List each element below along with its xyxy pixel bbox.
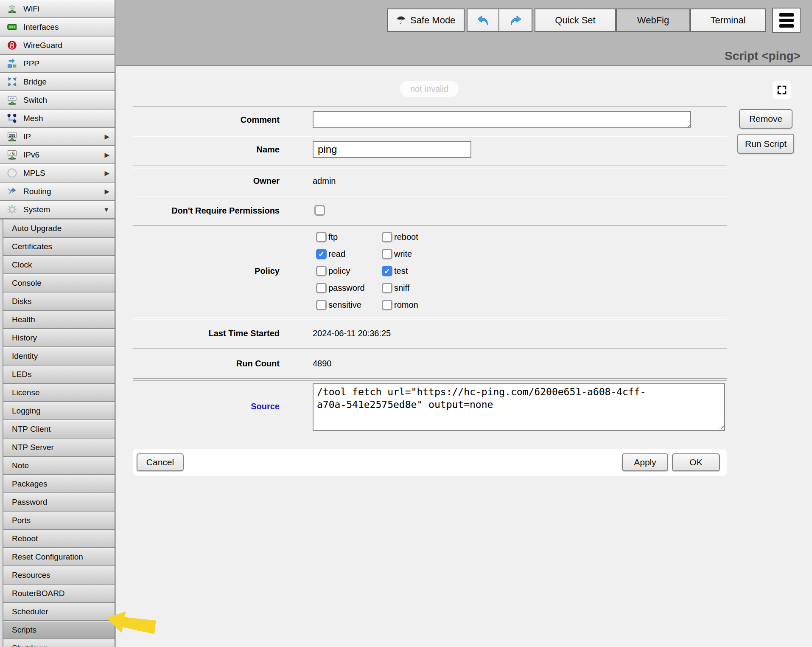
- policy-checkbox[interactable]: [382, 232, 392, 242]
- sidebar-subitem[interactable]: Password: [3, 493, 115, 511]
- policy-checkbox[interactable]: [382, 266, 392, 276]
- policy-checkbox[interactable]: [316, 283, 327, 293]
- sidebar-item[interactable]: 255 IP: [0, 128, 115, 145]
- policy-option[interactable]: sensitive: [316, 300, 365, 310]
- owner-label: Owner: [133, 175, 280, 186]
- group-divider: [133, 166, 727, 168]
- sidebar-subitem[interactable]: History: [3, 329, 115, 346]
- sidebar-subitem[interactable]: Scripts: [3, 621, 115, 639]
- policy-checkbox[interactable]: [316, 300, 327, 310]
- sidebar-subitem[interactable]: Health: [3, 311, 115, 328]
- page-title: Script <ping>: [725, 49, 801, 63]
- sidebar-item[interactable]: Bridge: [0, 73, 115, 90]
- remove-button[interactable]: Remove: [739, 109, 792, 129]
- ok-button[interactable]: OK: [672, 453, 720, 471]
- sidebar-subitem[interactable]: Resources: [3, 566, 115, 584]
- run-script-button[interactable]: Run Script: [737, 134, 794, 154]
- policy-option[interactable]: sniff: [382, 283, 418, 293]
- sidebar-subitem[interactable]: Shutdown: [3, 639, 115, 647]
- policy-checkbox[interactable]: [316, 266, 327, 276]
- policy-checkbox[interactable]: [382, 249, 392, 259]
- sidebar-subitem-label: Resources: [12, 571, 50, 580]
- group-divider: [133, 378, 727, 381]
- sidebar-item[interactable]: System: [0, 201, 115, 218]
- sidebar-subitem[interactable]: Console: [3, 274, 115, 292]
- policy-option-label: ftp: [328, 232, 338, 242]
- sidebar-subitem-label: LEDs: [12, 370, 31, 379]
- sidebar-subitem[interactable]: Certificates: [3, 238, 115, 255]
- sidebar-item[interactable]: Mesh: [0, 110, 115, 127]
- source-textarea[interactable]: /tool fetch url="https://hc-ping.com/620…: [313, 383, 725, 431]
- sidebar-item-label: WiFi: [23, 4, 39, 14]
- sidebar-item-label: Mesh: [23, 114, 43, 123]
- sidebar-subitem-label: History: [12, 333, 37, 343]
- sidebar-item[interactable]: Routing: [0, 183, 115, 200]
- policy-column-1: ftp read policy password sensitive: [316, 232, 365, 317]
- policy-option[interactable]: reboot: [382, 232, 418, 242]
- tab-webfig[interactable]: WebFig: [616, 8, 690, 32]
- policy-option[interactable]: read: [316, 249, 365, 259]
- sidebar-subitem[interactable]: Identity: [3, 347, 115, 365]
- sidebar: WiFi Interfaces WireGuard PPP Bridge: [0, 0, 115, 647]
- safe-mode-button[interactable]: ☂ Safe Mode: [387, 8, 465, 32]
- sidebar-subitem[interactable]: Auto Upgrade: [3, 219, 115, 237]
- sidebar-subitem[interactable]: Clock: [3, 256, 115, 273]
- sidebar-menu: WiFi Interfaces WireGuard PPP Bridge: [0, 0, 115, 219]
- action-button-bar: Cancel Apply OK: [133, 449, 727, 476]
- sidebar-subitem[interactable]: Disks: [3, 293, 115, 310]
- sidebar-item[interactable]: ✓6 IPv6: [0, 146, 115, 163]
- policy-option[interactable]: policy: [316, 266, 365, 276]
- sidebar-item[interactable]: WiFi: [0, 0, 115, 17]
- sidebar-subitem-label: Packages: [12, 479, 47, 489]
- redo-button[interactable]: [498, 8, 532, 32]
- apply-button[interactable]: Apply: [622, 453, 668, 471]
- sidebar-subitem[interactable]: Ports: [3, 512, 115, 529]
- policy-checkbox[interactable]: [316, 249, 327, 259]
- tab-terminal[interactable]: Terminal: [690, 8, 766, 32]
- sidebar-subitem-label: Ports: [12, 516, 31, 525]
- policy-label: Policy: [133, 265, 280, 276]
- sidebar-item[interactable]: Interfaces: [0, 18, 115, 36]
- sidebar-item[interactable]: PPP: [0, 55, 115, 72]
- sidebar-subitem[interactable]: Reset Configuration: [3, 548, 115, 565]
- policy-checkbox[interactable]: [316, 232, 327, 242]
- umbrella-icon: ☂: [396, 14, 406, 27]
- sidebar-subitem[interactable]: Packages: [3, 475, 115, 492]
- routing-icon: [6, 186, 18, 197]
- sidebar-subitem[interactable]: RouterBOARD: [3, 585, 115, 602]
- policy-option-label: romon: [394, 300, 418, 310]
- sidebar-subitem-label: Logging: [12, 406, 41, 416]
- status-badge: not invalid: [400, 81, 459, 97]
- policy-option[interactable]: write: [382, 249, 418, 259]
- sidebar-item[interactable]: WireGuard: [0, 37, 115, 54]
- policy-checkbox[interactable]: [382, 300, 392, 310]
- sidebar-subitem[interactable]: License: [3, 384, 115, 401]
- policy-option[interactable]: test: [382, 266, 418, 276]
- sidebar-subitem[interactable]: Logging: [3, 402, 115, 419]
- sidebar-subitem[interactable]: Note: [3, 457, 115, 474]
- sidebar-item-label: IP: [23, 132, 31, 141]
- menu-button[interactable]: [772, 8, 801, 33]
- webfig-app: WiFi Interfaces WireGuard PPP Bridge: [0, 0, 812, 647]
- fullscreen-button[interactable]: [773, 81, 791, 99]
- sidebar-subitem[interactable]: NTP Server: [3, 439, 115, 456]
- sidebar-subitem[interactable]: Reboot: [3, 530, 115, 547]
- sidebar-subitem[interactable]: NTP Client: [3, 420, 115, 438]
- sidebar-subitem[interactable]: Scheduler: [3, 603, 115, 620]
- name-input[interactable]: [313, 141, 471, 158]
- sidebar-item[interactable]: MPLS: [0, 164, 115, 182]
- cancel-button[interactable]: Cancel: [137, 453, 184, 471]
- webfig-label: WebFig: [637, 15, 669, 26]
- tab-quick-set[interactable]: Quick Set: [535, 8, 616, 32]
- policy-checkbox[interactable]: [382, 283, 392, 293]
- undo-button[interactable]: [467, 8, 499, 32]
- dont-require-permissions-checkbox[interactable]: [314, 205, 325, 216]
- submenu-arrow-icon: [104, 164, 109, 182]
- sidebar-subitem-label: Password: [12, 498, 47, 507]
- policy-option[interactable]: password: [316, 283, 365, 293]
- comment-input[interactable]: [313, 111, 691, 128]
- sidebar-subitem[interactable]: LEDs: [3, 366, 115, 383]
- policy-option[interactable]: romon: [382, 300, 418, 310]
- policy-option[interactable]: ftp: [316, 232, 365, 242]
- sidebar-item[interactable]: Switch: [0, 91, 115, 109]
